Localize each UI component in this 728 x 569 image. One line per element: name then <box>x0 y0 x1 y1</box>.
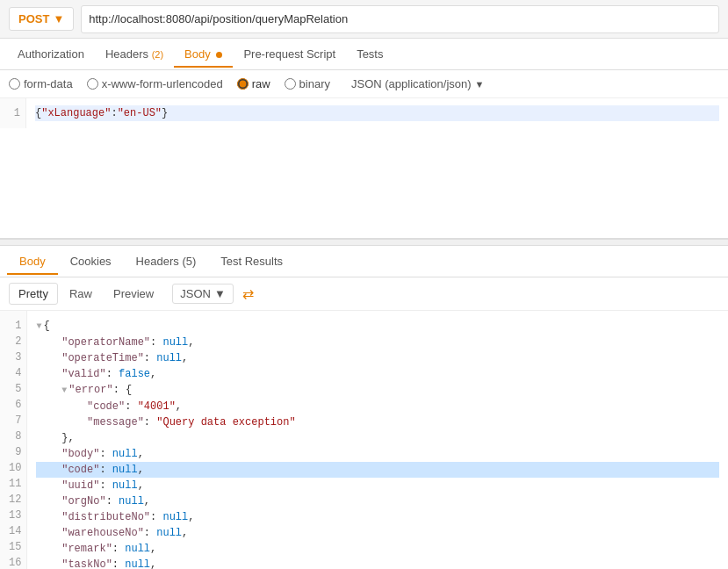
resp-line-16: "taskNo": null, <box>36 557 719 569</box>
response-tab-nav: Body Cookies Headers (5) Test Results <box>0 246 728 277</box>
resp-line-8: }, <box>36 430 719 446</box>
resp-line-14: "warehouseNo": null, <box>36 525 719 541</box>
url-input[interactable] <box>81 5 719 33</box>
resp-line-15: "remark": null, <box>36 541 719 557</box>
resp-line-7: "message": "Query data exception" <box>36 414 719 430</box>
option-form-data[interactable]: form-data <box>9 77 73 90</box>
tab-body[interactable]: Body <box>174 40 233 68</box>
option-binary[interactable]: binary <box>285 77 330 90</box>
resp-line-2: "operatorName": null, <box>36 335 719 350</box>
resp-line-10: "code": null, <box>36 462 719 478</box>
resp-line-9: "body": null, <box>36 446 719 462</box>
resp-line-1: ▼{ <box>36 318 719 335</box>
response-json-chevron: ▼ <box>214 287 226 300</box>
body-dot <box>216 52 222 58</box>
json-format-chevron: ▼ <box>475 79 485 90</box>
response-headers-badge: (5) <box>182 255 196 268</box>
resp-line-5: ▼"error": { <box>36 382 719 399</box>
response-tab-body[interactable]: Body <box>7 248 58 275</box>
response-toolbar: Pretty Raw Preview JSON ▼ ⇄ <box>0 277 728 311</box>
request-line-numbers: 1 <box>0 98 26 128</box>
response-json-label: JSON <box>180 287 211 300</box>
tab-pre-request-script[interactable]: Pre-request Script <box>233 40 346 68</box>
tab-headers[interactable]: Headers (2) <box>95 40 174 68</box>
resp-line-13: "distributeNo": null, <box>36 509 719 525</box>
top-bar: POST ▼ <box>0 0 728 39</box>
toggle-1[interactable]: ▼ <box>36 321 41 331</box>
request-tab-nav: Authorization Headers (2) Body Pre-reque… <box>0 39 728 70</box>
method-label: POST <box>18 12 49 25</box>
json-format-label: JSON (application/json) <box>351 77 472 90</box>
format-btn-preview[interactable]: Preview <box>104 283 163 305</box>
section-divider <box>0 239 728 246</box>
headers-badge: (2) <box>152 49 163 60</box>
request-line-1: {"xLanguage":"en-US"} <box>35 105 719 121</box>
wrap-icon[interactable]: ⇄ <box>242 285 254 302</box>
request-editor: 1 {"xLanguage":"en-US"} <box>0 98 728 239</box>
resp-line-11: "uuid": null, <box>36 478 719 493</box>
option-x-www-form-urlencoded[interactable]: x-www-form-urlencoded <box>87 77 223 90</box>
option-raw[interactable]: raw <box>237 77 270 90</box>
tab-tests[interactable]: Tests <box>346 40 393 68</box>
method-selector[interactable]: POST ▼ <box>9 7 74 31</box>
body-options-row: form-data x-www-form-urlencoded raw bina… <box>0 70 728 98</box>
method-chevron: ▼ <box>53 12 64 25</box>
resp-line-12: "orgNo": null, <box>36 493 719 509</box>
toggle-5[interactable]: ▼ <box>61 385 67 395</box>
response-line-numbers: 12345 678910 1112131415 161718 <box>0 311 27 569</box>
json-format-selector[interactable]: JSON (application/json) ▼ <box>351 77 484 90</box>
format-btn-pretty[interactable]: Pretty <box>9 283 58 305</box>
format-btn-raw[interactable]: Raw <box>60 283 102 305</box>
response-tab-headers[interactable]: Headers (5) <box>124 248 209 275</box>
response-tab-test-results[interactable]: Test Results <box>208 248 295 275</box>
response-json-selector[interactable]: JSON ▼ <box>172 284 234 304</box>
resp-line-3: "operateTime": null, <box>36 350 719 366</box>
tab-authorization[interactable]: Authorization <box>7 40 95 68</box>
response-tab-cookies[interactable]: Cookies <box>58 248 124 275</box>
response-code-area: ▼{ "operatorName": null, "operateTime": … <box>27 311 728 569</box>
response-editor: 12345 678910 1112131415 161718 ▼{ "opera… <box>0 311 728 569</box>
resp-line-6: "code": "4001", <box>36 399 719 414</box>
request-code-area[interactable]: {"xLanguage":"en-US"} <box>26 98 728 128</box>
resp-line-4: "valid": false, <box>36 366 719 382</box>
